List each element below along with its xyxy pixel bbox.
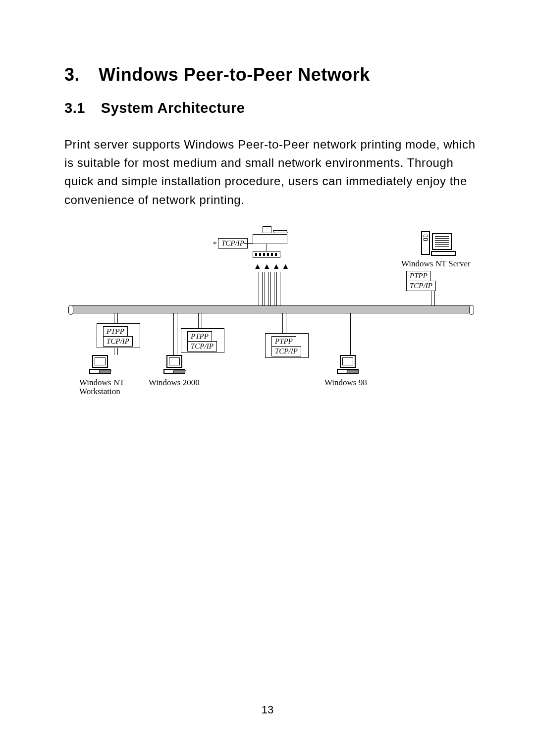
client-label: Windows 98: [324, 378, 367, 388]
page-number: 13: [0, 704, 535, 716]
chapter-number: 3.: [64, 64, 80, 85]
protocol-tag-tcpip: TCP/IP: [271, 346, 301, 356]
connector-line: [431, 291, 435, 305]
protocol-tag-tcpip: TCP/IP: [406, 281, 436, 291]
connector-line: [265, 272, 268, 305]
arrows-icon: ▲▲▲▲: [254, 262, 291, 271]
protocol-tag-ptpp: PTPP: [187, 331, 212, 342]
connector-line: [347, 313, 351, 355]
printserver-hub-icon: [253, 251, 280, 258]
network-bus: [69, 305, 473, 313]
connector-line: [173, 313, 177, 355]
connector-line: [270, 272, 274, 305]
asterisk: *: [213, 240, 217, 249]
workstation-icon: [163, 355, 185, 375]
bus-terminator-right: [469, 305, 474, 315]
section-heading: 3.1 System Architecture: [64, 100, 476, 116]
chapter-title: Windows Peer-to-Peer Network: [99, 64, 370, 85]
protocol-tag-ptpp: PTPP: [406, 271, 431, 281]
protocol-tag-tcpip: TCP/IP: [187, 341, 217, 352]
workstation-icon: [89, 355, 111, 375]
connector-line: [114, 348, 118, 355]
nt-server-label: Windows NT Server: [401, 259, 471, 269]
protocol-tag-tcpip: TCP/IP: [103, 336, 133, 347]
client-label-line2: Workstation: [79, 387, 120, 397]
connector-line: [267, 244, 267, 251]
connector-line: [276, 272, 280, 305]
chapter-heading: 3. Windows Peer-to-Peer Network: [64, 64, 476, 85]
nt-server-icon: [421, 231, 461, 261]
protocol-tag-ptpp: PTPP: [103, 326, 128, 337]
connector-line: [114, 313, 118, 323]
connector-line: [282, 313, 286, 333]
protocol-tag-ptpp: PTPP: [271, 336, 296, 347]
section-number: 3.1: [64, 100, 85, 116]
client-label: Windows 2000: [149, 378, 200, 388]
protocol-tag-printserver: TCP/IP: [218, 238, 248, 249]
workstation-icon: [337, 355, 359, 375]
connector-line: [244, 243, 253, 244]
connector-line: [259, 272, 263, 305]
client-label: Windows NT: [79, 378, 124, 388]
connector-line: [198, 313, 202, 328]
section-title: System Architecture: [101, 100, 245, 116]
body-paragraph: Print server supports Windows Peer-to-Pe…: [64, 135, 476, 209]
architecture-diagram: * TCP/IP ▲▲▲▲ Windows NT Server PTPP TCP…: [64, 231, 476, 400]
bus-terminator-left: [68, 305, 73, 315]
